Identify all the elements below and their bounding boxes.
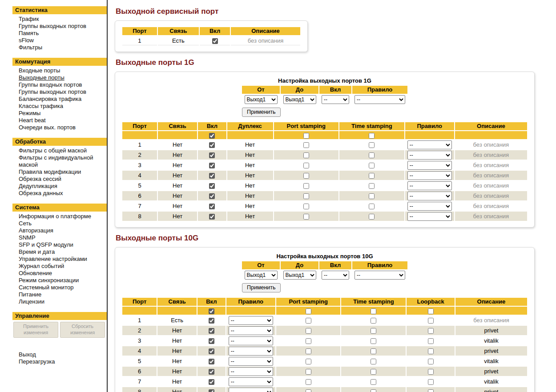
enabled-checkbox[interactable] bbox=[209, 193, 215, 199]
time-stamping-checkbox[interactable] bbox=[369, 152, 375, 158]
enabled-checkbox[interactable] bbox=[209, 359, 214, 364]
loopback-checkbox[interactable] bbox=[428, 359, 434, 364]
loopback-checkbox[interactable] bbox=[428, 338, 434, 344]
enabled-checkbox[interactable] bbox=[209, 183, 215, 189]
sidebar-item[interactable]: Группы входных портов bbox=[19, 81, 107, 88]
master-enabled-checkbox[interactable] bbox=[209, 133, 215, 139]
sidebar-item[interactable]: Дедупликация bbox=[19, 183, 107, 190]
port-stamping-checkbox[interactable] bbox=[306, 348, 311, 354]
sidebar-item[interactable]: SFP и QSFP модули bbox=[19, 241, 107, 248]
time-stamping-checkbox[interactable] bbox=[371, 328, 376, 334]
sidebar-item[interactable]: Авторизация bbox=[19, 227, 107, 234]
reset-changes-button[interactable]: Сбросить изменения bbox=[60, 322, 105, 338]
enabled-checkbox[interactable] bbox=[209, 142, 215, 148]
port-stamping-checkbox[interactable] bbox=[306, 318, 311, 324]
rule-select[interactable]: -- bbox=[229, 377, 273, 386]
sidebar-item[interactable]: Правила модификации bbox=[19, 168, 107, 176]
sidebar-item[interactable]: Обрезка сессий bbox=[19, 176, 107, 183]
time-stamping-checkbox[interactable] bbox=[369, 214, 375, 220]
enabled-select[interactable]: -- bbox=[322, 271, 349, 280]
sidebar-item[interactable]: Группы выходных портов bbox=[19, 88, 107, 96]
sidebar-item[interactable]: Heart beat bbox=[19, 117, 107, 124]
sidebar-item[interactable]: Трафик bbox=[19, 16, 107, 23]
sidebar-item[interactable]: Время и дата bbox=[19, 248, 107, 256]
apply-changes-button[interactable]: Применить изменения bbox=[13, 322, 58, 338]
rule-select[interactable]: -- bbox=[355, 271, 405, 280]
sidebar-item[interactable]: Память bbox=[19, 30, 107, 37]
port-stamping-checkbox[interactable] bbox=[306, 328, 311, 334]
time-stamping-checkbox[interactable] bbox=[369, 142, 375, 148]
port-stamping-checkbox[interactable] bbox=[306, 369, 311, 375]
rule-select[interactable]: -- bbox=[229, 316, 273, 325]
sidebar-item[interactable]: Очереди вых. портов bbox=[19, 124, 107, 131]
rule-select[interactable]: -- bbox=[355, 95, 405, 104]
time-stamping-checkbox[interactable] bbox=[371, 379, 376, 385]
port-stamping-checkbox[interactable] bbox=[303, 142, 309, 148]
enabled-checkbox[interactable] bbox=[212, 38, 218, 44]
apply-button[interactable]: Применить bbox=[242, 283, 281, 292]
sidebar-item[interactable]: Фильтры с общей маской bbox=[19, 147, 107, 154]
rule-select[interactable]: -- bbox=[407, 192, 452, 200]
sidebar-item[interactable]: Режимы bbox=[19, 110, 107, 117]
sidebar-item[interactable]: Лицензии bbox=[19, 298, 107, 305]
sidebar-item[interactable]: Системный монитор bbox=[19, 284, 107, 291]
port-stamping-checkbox[interactable] bbox=[303, 173, 309, 179]
loopback-checkbox[interactable] bbox=[428, 318, 434, 324]
rule-select[interactable]: -- bbox=[407, 171, 452, 180]
master-time-stamping-checkbox[interactable] bbox=[369, 133, 375, 139]
time-stamping-checkbox[interactable] bbox=[371, 369, 376, 375]
sidebar-link[interactable]: Выход bbox=[19, 351, 107, 358]
port-stamping-checkbox[interactable] bbox=[303, 163, 309, 168]
enabled-checkbox[interactable] bbox=[209, 369, 214, 375]
time-stamping-checkbox[interactable] bbox=[369, 183, 375, 189]
sidebar-item[interactable]: Информация о платформе bbox=[19, 213, 107, 220]
loopback-checkbox[interactable] bbox=[428, 379, 434, 385]
port-stamping-checkbox[interactable] bbox=[306, 338, 311, 344]
rule-select[interactable]: -- bbox=[229, 357, 273, 366]
enabled-checkbox[interactable] bbox=[209, 152, 215, 158]
enabled-checkbox[interactable] bbox=[209, 214, 215, 220]
port-stamping-checkbox[interactable] bbox=[303, 193, 309, 199]
rule-select[interactable]: -- bbox=[229, 347, 273, 356]
port-stamping-checkbox[interactable] bbox=[306, 379, 311, 385]
master-enabled-checkbox[interactable] bbox=[209, 308, 214, 314]
rule-select[interactable]: -- bbox=[229, 388, 273, 392]
enabled-checkbox[interactable] bbox=[209, 389, 214, 392]
sidebar-item[interactable]: Классы трафика bbox=[19, 103, 107, 110]
enabled-checkbox[interactable] bbox=[209, 328, 214, 334]
from-port-select[interactable]: Выход1 bbox=[245, 95, 278, 104]
time-stamping-checkbox[interactable] bbox=[371, 359, 376, 364]
time-stamping-checkbox[interactable] bbox=[369, 193, 375, 199]
time-stamping-checkbox[interactable] bbox=[369, 163, 375, 168]
sidebar-item[interactable]: Выходные порты bbox=[19, 74, 107, 81]
enabled-checkbox[interactable] bbox=[209, 163, 215, 168]
master-port-stamping-checkbox[interactable] bbox=[303, 133, 309, 139]
time-stamping-checkbox[interactable] bbox=[369, 173, 375, 179]
port-stamping-checkbox[interactable] bbox=[306, 359, 311, 364]
rule-select[interactable]: -- bbox=[407, 181, 452, 190]
master-loopback-checkbox[interactable] bbox=[428, 308, 434, 314]
sidebar-item[interactable]: Режим синхронизации bbox=[19, 277, 107, 284]
enabled-checkbox[interactable] bbox=[209, 348, 214, 354]
loopback-checkbox[interactable] bbox=[428, 369, 434, 375]
sidebar-item[interactable]: Обновление bbox=[19, 270, 107, 277]
sidebar-item[interactable]: Группы выходных портов bbox=[19, 23, 107, 30]
sidebar-link[interactable]: Перезагрузка bbox=[19, 358, 107, 365]
sidebar-item[interactable]: Питание bbox=[19, 291, 107, 298]
rule-select[interactable]: -- bbox=[407, 212, 452, 221]
enabled-checkbox[interactable] bbox=[209, 204, 215, 209]
sidebar-item[interactable]: Входные порты bbox=[19, 67, 107, 74]
time-stamping-checkbox[interactable] bbox=[371, 348, 376, 354]
sidebar-item[interactable]: SNMP bbox=[19, 234, 107, 241]
sidebar-item[interactable]: Обрезка данных bbox=[19, 190, 107, 197]
sidebar-item[interactable]: Журнал событий bbox=[19, 263, 107, 270]
apply-button[interactable]: Применить bbox=[242, 108, 281, 117]
to-port-select[interactable]: Выход1 bbox=[283, 271, 316, 280]
port-stamping-checkbox[interactable] bbox=[306, 389, 311, 392]
loopback-checkbox[interactable] bbox=[428, 348, 434, 354]
loopback-checkbox[interactable] bbox=[428, 328, 434, 334]
rule-select[interactable]: -- bbox=[407, 202, 452, 211]
master-time-stamping-checkbox[interactable] bbox=[371, 308, 376, 314]
sidebar-item[interactable]: Фильтры bbox=[19, 44, 107, 51]
rule-select[interactable]: -- bbox=[229, 367, 273, 376]
